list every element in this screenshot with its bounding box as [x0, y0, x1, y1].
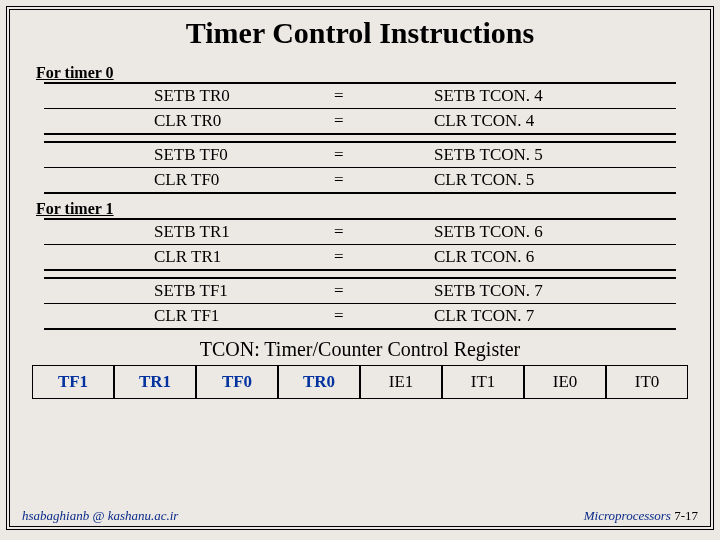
slide-frame: Timer Control Instructions For timer 0 S…: [6, 6, 714, 530]
tcon-bit-ie0: IE0: [524, 365, 606, 399]
instr-row: SETB TR1 = SETB TCON. 6: [44, 220, 676, 245]
instr-eq: =: [334, 306, 434, 326]
instr-right: CLR TCON. 6: [434, 247, 676, 267]
section-label-timer0: For timer 0: [36, 64, 710, 82]
instr-block: SETB TR1 = SETB TCON. 6 CLR TR1 = CLR TC…: [44, 218, 676, 271]
footer: hsabaghianb @ kashanu.ac.ir Microprocess…: [10, 508, 710, 526]
footer-author: hsabaghianb @ kashanu.ac.ir: [22, 508, 178, 524]
instr-right: SETB TCON. 4: [434, 86, 676, 106]
slide-title: Timer Control Instructions: [10, 10, 710, 60]
tcon-bit-tr0: TR0: [278, 365, 360, 399]
instr-right: CLR TCON. 7: [434, 306, 676, 326]
footer-course: Microprocessors 7-17: [584, 508, 698, 524]
instr-left: SETB TF1: [44, 281, 334, 301]
instr-right: SETB TCON. 6: [434, 222, 676, 242]
instr-left: CLR TR1: [44, 247, 334, 267]
instr-row: CLR TR1 = CLR TCON. 6: [44, 245, 676, 269]
tcon-bit-tf0: TF0: [196, 365, 278, 399]
instr-eq: =: [334, 281, 434, 301]
instr-eq: =: [334, 86, 434, 106]
tcon-bit-it0: IT0: [606, 365, 688, 399]
instr-left: SETB TR1: [44, 222, 334, 242]
tcon-register-table: TF1 TR1 TF0 TR0 IE1 IT1 IE0 IT0: [32, 365, 688, 399]
instr-eq: =: [334, 170, 434, 190]
instr-row: SETB TF0 = SETB TCON. 5: [44, 143, 676, 168]
instr-left: CLR TF0: [44, 170, 334, 190]
instr-left: CLR TR0: [44, 111, 334, 131]
instr-row: CLR TR0 = CLR TCON. 4: [44, 109, 676, 133]
instr-right: SETB TCON. 7: [434, 281, 676, 301]
instr-row: SETB TR0 = SETB TCON. 4: [44, 84, 676, 109]
instr-left: CLR TF1: [44, 306, 334, 326]
tcon-bit-tf1: TF1: [32, 365, 114, 399]
instr-eq: =: [334, 222, 434, 242]
instr-eq: =: [334, 145, 434, 165]
instr-eq: =: [334, 247, 434, 267]
tcon-bit-it1: IT1: [442, 365, 524, 399]
tcon-bit-ie1: IE1: [360, 365, 442, 399]
instr-block: SETB TF0 = SETB TCON. 5 CLR TF0 = CLR TC…: [44, 141, 676, 194]
section-label-timer1: For timer 1: [36, 200, 710, 218]
instr-left: SETB TF0: [44, 145, 334, 165]
tcon-caption: TCON: Timer/Counter Control Register: [10, 338, 710, 361]
instr-right: CLR TCON. 5: [434, 170, 676, 190]
tcon-bit-tr1: TR1: [114, 365, 196, 399]
instr-block: SETB TF1 = SETB TCON. 7 CLR TF1 = CLR TC…: [44, 277, 676, 330]
instr-block: SETB TR0 = SETB TCON. 4 CLR TR0 = CLR TC…: [44, 82, 676, 135]
instr-right: CLR TCON. 4: [434, 111, 676, 131]
instr-eq: =: [334, 111, 434, 131]
footer-page-number: 7-17: [674, 508, 698, 523]
instr-row: SETB TF1 = SETB TCON. 7: [44, 279, 676, 304]
instr-right: SETB TCON. 5: [434, 145, 676, 165]
footer-course-label: Microprocessors: [584, 508, 671, 523]
instr-row: CLR TF0 = CLR TCON. 5: [44, 168, 676, 192]
instr-row: CLR TF1 = CLR TCON. 7: [44, 304, 676, 328]
instr-left: SETB TR0: [44, 86, 334, 106]
